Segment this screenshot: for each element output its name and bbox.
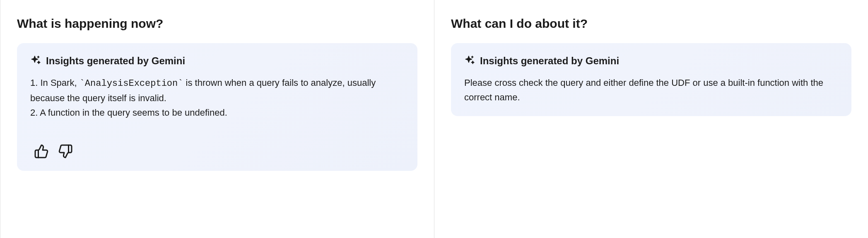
card-header: Insights generated by Gemini [464, 55, 838, 67]
what-can-i-do-column: What can I do about it? Insights generat… [434, 0, 868, 238]
insight-line-2: 2. A function in the query seems to be u… [30, 105, 404, 120]
thumbs-down-icon [58, 144, 73, 159]
insight-card-action: Insights generated by Gemini Please cros… [451, 43, 851, 116]
card-header: Insights generated by Gemini [30, 55, 404, 67]
feedback-row [30, 143, 404, 159]
card-body: Please cross check the query and either … [464, 75, 838, 104]
whats-happening-column: What is happening now? Insights generate… [0, 0, 434, 238]
thumbs-down-button[interactable] [58, 143, 73, 159]
insight-card-happening: Insights generated by Gemini 1. In Spark… [17, 43, 417, 171]
whats-happening-title: What is happening now? [17, 17, 417, 31]
card-title: Insights generated by Gemini [46, 55, 185, 67]
thumbs-up-icon [34, 144, 49, 159]
insight-line-1: 1. In Spark, `AnalysisException` is thro… [30, 75, 404, 105]
what-can-i-do-title: What can I do about it? [451, 17, 851, 31]
thumbs-up-button[interactable] [34, 143, 49, 159]
card-title: Insights generated by Gemini [480, 55, 619, 67]
card-body: 1. In Spark, `AnalysisException` is thro… [30, 75, 404, 120]
sparkle-icon [464, 55, 475, 67]
sparkle-icon [30, 55, 41, 67]
